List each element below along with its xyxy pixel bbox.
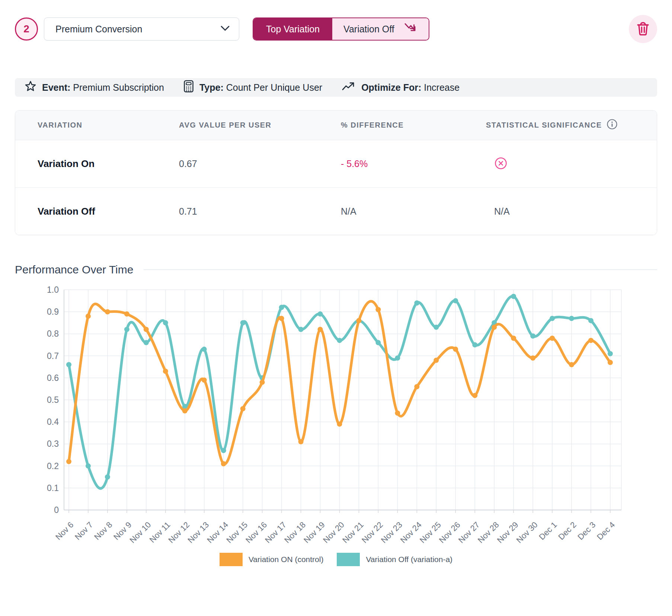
chevron-down-icon xyxy=(220,25,230,33)
table-row-variation-off: Variation Off 0.71 N/A N/A xyxy=(15,187,657,235)
svg-text:0.2: 0.2 xyxy=(47,461,59,471)
col-header-avg: AVG VALUE PER USER xyxy=(179,121,341,129)
svg-text:0.6: 0.6 xyxy=(47,373,59,383)
svg-text:Nov 11: Nov 11 xyxy=(148,520,172,545)
svg-text:Nov 13: Nov 13 xyxy=(186,520,211,545)
type-info: Type: Count Per Unique User xyxy=(183,80,322,95)
svg-text:Nov 23: Nov 23 xyxy=(379,520,404,545)
top-control-row: 2 Premium Conversion Top Variation Varia… xyxy=(15,17,657,41)
svg-text:Nov 18: Nov 18 xyxy=(282,520,307,545)
svg-text:0.4: 0.4 xyxy=(47,417,59,427)
type-label: Type: xyxy=(199,82,224,93)
svg-text:Nov 30: Nov 30 xyxy=(515,520,540,545)
col-header-significance-label: STATISTICAL SIGNIFICANCE xyxy=(486,121,602,129)
svg-text:Nov 26: Nov 26 xyxy=(437,520,462,545)
top-variation-button[interactable]: Top Variation xyxy=(253,18,332,40)
performance-section-header: Performance Over Time xyxy=(15,263,657,276)
svg-text:Nov 20: Nov 20 xyxy=(321,520,346,545)
legend-swatch-teal xyxy=(337,553,360,566)
svg-text:Nov 28: Nov 28 xyxy=(476,520,501,545)
svg-text:Dec 2: Dec 2 xyxy=(556,520,578,542)
x-circle-icon xyxy=(494,157,508,171)
trend-up-icon xyxy=(342,81,356,93)
svg-text:0.1: 0.1 xyxy=(47,483,59,493)
legend-item-variation-off[interactable]: Variation Off (variation-a) xyxy=(337,553,452,566)
svg-text:0: 0 xyxy=(54,505,59,515)
event-label: Event: xyxy=(42,82,70,93)
metric-index-number: 2 xyxy=(23,23,29,35)
legend-label-variation-off: Variation Off (variation-a) xyxy=(366,555,452,564)
trash-icon xyxy=(637,22,649,37)
col-header-variation: VARIATION xyxy=(15,121,179,129)
legend-item-variation-on[interactable]: Variation ON (control) xyxy=(220,553,324,566)
row2-variation-name: Variation Off xyxy=(15,206,179,217)
info-icon[interactable] xyxy=(607,119,618,132)
experiment-panel: 2 Premium Conversion Top Variation Varia… xyxy=(0,17,672,616)
variation-off-label: Variation Off xyxy=(343,24,394,35)
svg-text:Dec 3: Dec 3 xyxy=(576,520,597,542)
metric-info-bar: Event: Premium Subscription Type: Count … xyxy=(15,78,657,97)
svg-text:Dec 4: Dec 4 xyxy=(595,520,617,542)
calculator-icon xyxy=(183,80,194,95)
svg-text:0.7: 0.7 xyxy=(47,351,59,361)
variation-segmented-control: Top Variation Variation Off xyxy=(253,17,429,41)
svg-text:Nov 27: Nov 27 xyxy=(457,520,481,545)
table-row-variation-on: Variation On 0.67 - 5.6% xyxy=(15,140,657,187)
svg-text:Nov 16: Nov 16 xyxy=(244,520,269,545)
table-header-row: VARIATION AVG VALUE PER USER % DIFFERENC… xyxy=(15,110,657,140)
svg-text:Nov 24: Nov 24 xyxy=(399,520,423,545)
metric-dropdown-value: Premium Conversion xyxy=(55,24,220,35)
event-value: Premium Subscription xyxy=(73,82,164,93)
event-info: Event: Premium Subscription xyxy=(25,80,164,94)
legend-label-variation-on: Variation ON (control) xyxy=(249,555,324,564)
svg-text:0.5: 0.5 xyxy=(47,395,59,405)
metric-index-badge: 2 xyxy=(15,17,38,41)
col-header-diff: % DIFFERENCE xyxy=(341,121,486,129)
row1-significance xyxy=(486,157,657,171)
svg-text:Nov 12: Nov 12 xyxy=(166,520,191,545)
top-variation-label: Top Variation xyxy=(266,24,320,35)
star-icon xyxy=(25,80,36,94)
variation-off-button[interactable]: Variation Off xyxy=(332,18,429,40)
section-title: Performance Over Time xyxy=(15,263,133,276)
svg-text:Nov 14: Nov 14 xyxy=(205,520,230,545)
row1-variation-name: Variation On xyxy=(15,158,179,170)
row2-significance: N/A xyxy=(486,206,657,217)
metric-dropdown[interactable]: Premium Conversion xyxy=(44,17,239,41)
col-header-significance: STATISTICAL SIGNIFICANCE xyxy=(486,119,657,132)
optimize-info: Optimize For: Increase xyxy=(342,81,460,93)
trend-down-icon xyxy=(404,23,417,35)
row1-avg-value: 0.67 xyxy=(179,158,341,169)
svg-text:Nov 19: Nov 19 xyxy=(302,520,327,545)
row2-avg-value: 0.71 xyxy=(179,206,341,217)
svg-text:Dec 1: Dec 1 xyxy=(537,520,559,542)
svg-text:Nov 10: Nov 10 xyxy=(128,520,153,545)
svg-text:1.0: 1.0 xyxy=(47,285,59,295)
svg-text:Nov 6: Nov 6 xyxy=(54,520,75,542)
svg-text:Nov 29: Nov 29 xyxy=(495,520,520,545)
svg-text:Nov 25: Nov 25 xyxy=(418,520,443,545)
line-chart-canvas[interactable]: 00.10.20.30.40.50.60.70.80.91.0Nov 6Nov … xyxy=(15,284,657,549)
delete-metric-button[interactable] xyxy=(629,15,657,43)
section-divider xyxy=(144,269,657,270)
results-table: VARIATION AVG VALUE PER USER % DIFFERENC… xyxy=(15,110,657,235)
svg-text:0.9: 0.9 xyxy=(47,307,59,317)
row2-diff-value: N/A xyxy=(341,206,486,217)
svg-text:0.3: 0.3 xyxy=(47,439,59,449)
legend-swatch-orange xyxy=(220,553,243,566)
row1-diff-value: - 5.6% xyxy=(341,158,486,169)
optimize-value: Increase xyxy=(424,82,460,93)
svg-text:Nov 22: Nov 22 xyxy=(360,520,385,545)
svg-text:Nov 17: Nov 17 xyxy=(263,520,288,545)
svg-text:0.8: 0.8 xyxy=(47,329,59,339)
chart-legend: Variation ON (control) Variation Off (va… xyxy=(15,553,657,566)
type-value: Count Per Unique User xyxy=(226,82,322,93)
svg-text:Nov 8: Nov 8 xyxy=(92,520,114,542)
svg-text:Nov 15: Nov 15 xyxy=(224,520,249,545)
svg-text:Nov 7: Nov 7 xyxy=(73,520,95,542)
svg-text:Nov 21: Nov 21 xyxy=(340,520,365,545)
optimize-label: Optimize For: xyxy=(361,82,421,93)
performance-chart: 00.10.20.30.40.50.60.70.80.91.0Nov 6Nov … xyxy=(15,284,657,566)
